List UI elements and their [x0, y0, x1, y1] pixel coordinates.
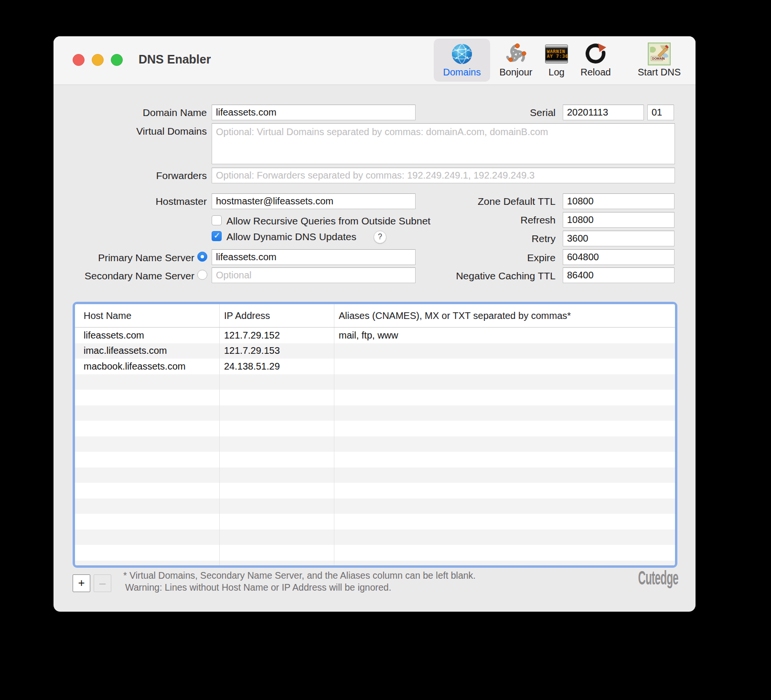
zoom-button[interactable]	[111, 54, 123, 66]
table-cell: 24.138.51.29	[220, 359, 334, 374]
table-cell	[334, 483, 675, 498]
circular-arrow-icon	[572, 39, 620, 66]
toolbar-item-bonjour[interactable]: Bonjour	[490, 39, 542, 82]
table-cell	[334, 545, 675, 561]
help-icon[interactable]: ?	[374, 231, 386, 244]
table-row[interactable]	[75, 374, 675, 390]
allow-dynamic-label: Allow Dynamic DNS Updates	[226, 231, 356, 243]
forwarders-input[interactable]	[212, 168, 675, 183]
table-cell	[75, 498, 220, 514]
retry-label: Retry	[412, 233, 556, 244]
table-row[interactable]	[75, 467, 675, 483]
negative-caching-ttl-input[interactable]	[563, 267, 675, 283]
forwarders-label: Forwarders	[64, 170, 207, 181]
table-cell: 121.7.29.152	[220, 328, 334, 343]
column-header-host-name[interactable]: Host Name	[75, 304, 220, 327]
table-cell	[334, 498, 675, 514]
host-table-header: Host Name IP Address Aliases (CNAMES), M…	[75, 304, 675, 328]
column-header-ip-address[interactable]: IP Address	[220, 304, 334, 327]
table-cell	[334, 561, 675, 568]
svg-text:DOMAIN: DOMAIN	[652, 57, 665, 60]
table-cell	[220, 405, 334, 421]
zone-default-ttl-input[interactable]	[563, 193, 675, 209]
table-cell	[75, 390, 220, 405]
remove-row-button[interactable]: –	[94, 574, 111, 592]
table-row[interactable]	[75, 514, 675, 530]
primary-ns-label: Primary Name Server	[54, 252, 194, 264]
table-row[interactable]	[75, 405, 675, 421]
column-header-aliases[interactable]: Aliases (CNAMES), MX or TXT separated by…	[334, 304, 675, 327]
toolbar-item-reload[interactable]: Reload	[572, 39, 620, 82]
table-cell: lifeassets.com	[75, 328, 220, 343]
table-row[interactable]	[75, 498, 675, 514]
hostmaster-label: Hostmaster	[64, 196, 207, 207]
table-cell	[75, 514, 220, 530]
table-cell	[220, 530, 334, 545]
table-row[interactable]: imac.lifeassets.com121.7.29.153	[75, 343, 675, 359]
toolbar-label-reload: Reload	[572, 66, 620, 78]
retry-input[interactable]	[563, 231, 675, 246]
table-cell: mail, ftp, www	[334, 328, 675, 343]
table-row[interactable]: macbook.lifeassets.com24.138.51.29	[75, 359, 675, 374]
footnote-line2: Warning: Lines without Host Name or IP A…	[123, 582, 476, 594]
table-cell	[75, 374, 220, 390]
footnote-line1: * Virtual Domains, Secondary Name Server…	[123, 570, 476, 582]
refresh-label: Refresh	[412, 214, 556, 226]
table-cell	[220, 436, 334, 452]
title-bar: DNS Enabler	[54, 36, 696, 85]
virtual-domains-textarea[interactable]	[212, 123, 675, 164]
table-row[interactable]	[75, 483, 675, 498]
table-cell	[334, 452, 675, 467]
table-row[interactable]	[75, 545, 675, 561]
table-cell	[220, 545, 334, 561]
secondary-ns-input[interactable]	[212, 267, 416, 283]
domain-name-label: Domain Name	[64, 107, 207, 118]
serial-suffix-input[interactable]	[647, 105, 674, 120]
table-row[interactable]	[75, 390, 675, 405]
table-row[interactable]	[75, 421, 675, 436]
table-cell	[220, 374, 334, 390]
table-cell	[220, 514, 334, 530]
add-row-button[interactable]: +	[73, 574, 90, 592]
table-cell	[334, 530, 675, 545]
table-row[interactable]	[75, 530, 675, 545]
table-cell	[334, 343, 675, 359]
footnote: * Virtual Domains, Secondary Name Server…	[123, 570, 476, 594]
toolbar-label-bonjour: Bonjour	[490, 66, 542, 78]
expire-input[interactable]	[563, 249, 675, 265]
allow-dynamic-checkbox[interactable]	[212, 231, 222, 241]
domain-name-input[interactable]	[212, 105, 416, 120]
refresh-input[interactable]	[563, 212, 675, 228]
table-row[interactable]	[75, 561, 675, 568]
table-cell	[75, 405, 220, 421]
allow-recursive-checkbox[interactable]	[212, 215, 222, 225]
hostmaster-input[interactable]	[212, 193, 416, 209]
serial-input[interactable]	[563, 105, 644, 120]
table-cell	[75, 452, 220, 467]
table-cell: 121.7.29.153	[220, 343, 334, 359]
expire-label: Expire	[412, 252, 556, 264]
table-cell	[75, 530, 220, 545]
table-cell	[220, 498, 334, 514]
primary-ns-input[interactable]	[212, 249, 416, 265]
table-cell	[75, 467, 220, 483]
table-cell	[75, 561, 220, 568]
table-cell: macbook.lifeassets.com	[75, 359, 220, 374]
host-table-body: lifeassets.com121.7.29.152mail, ftp, www…	[75, 328, 675, 568]
table-row[interactable]	[75, 436, 675, 452]
table-cell	[334, 436, 675, 452]
serial-label: Serial	[412, 107, 556, 118]
table-cell: imac.lifeassets.com	[75, 343, 220, 359]
toolbar-item-domains[interactable]: Domains	[434, 39, 490, 82]
secondary-ns-radio[interactable]	[197, 270, 207, 280]
table-cell	[220, 452, 334, 467]
host-table[interactable]: Host Name IP Address Aliases (CNAMES), M…	[73, 302, 677, 568]
app-window: DNS Enabler	[54, 36, 696, 612]
window-title: DNS Enabler	[139, 53, 211, 66]
table-row[interactable]: lifeassets.com121.7.29.152mail, ftp, www	[75, 328, 675, 343]
table-row[interactable]	[75, 452, 675, 467]
close-button[interactable]	[73, 54, 85, 66]
toolbar-item-start-dns[interactable]: DOMAIN Start DNS	[626, 39, 693, 82]
minimize-button[interactable]	[92, 54, 104, 66]
primary-ns-radio[interactable]	[197, 252, 207, 262]
